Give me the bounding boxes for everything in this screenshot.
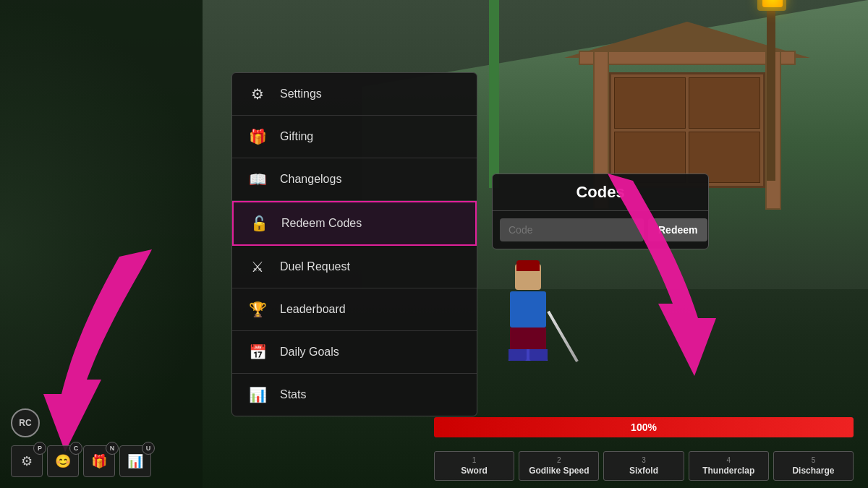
char-boot-right [529, 349, 548, 361]
bottom-icon-gifts[interactable]: 🎁N [83, 445, 115, 477]
stats-icon: 📊 [247, 384, 268, 406]
char-leg-right [529, 328, 546, 349]
stats-badge: U [142, 442, 155, 455]
leaderboard-label: Leaderboard [280, 303, 346, 316]
arrow-left-indicator [22, 235, 188, 466]
game-menu-panel: ⚙Settings🎁Gifting📖Changelogs🔓Redeem Code… [231, 72, 477, 416]
ability-slot-name: Sword [438, 466, 511, 476]
gifting-icon: 🎁 [247, 126, 268, 147]
ability-slot-1[interactable]: 1Sword [434, 451, 514, 481]
lamp-post-pole [767, 0, 775, 181]
menu-item-leaderboard[interactable]: 🏆Leaderboard [232, 288, 477, 331]
ability-slot-name: Discharge [777, 466, 850, 476]
emotes-badge: C [69, 442, 82, 455]
settings-icon: ⚙ [247, 83, 268, 105]
emotes-icon: 😊 [55, 453, 71, 469]
changelogs-icon: 📖 [247, 168, 268, 190]
settings-badge: P [33, 442, 46, 455]
rc-badge[interactable]: RC [11, 408, 40, 437]
ability-slot-num: 1 [438, 456, 511, 464]
char-boots [509, 349, 548, 361]
menu-item-duel-request[interactable]: ⚔Duel Request [232, 246, 477, 288]
char-head [515, 264, 541, 290]
gifting-label: Gifting [280, 130, 313, 143]
duel-request-label: Duel Request [280, 260, 350, 273]
bottom-icon-stats[interactable]: 📊U [119, 445, 151, 477]
daily-goals-icon: 📅 [247, 341, 268, 363]
char-leg-left [510, 328, 527, 349]
health-bar: 100% [434, 417, 854, 437]
menu-item-settings[interactable]: ⚙Settings [232, 73, 477, 116]
char-body [510, 291, 546, 328]
wood-panel-cell [614, 77, 686, 129]
leaderboard-icon: 🏆 [247, 299, 268, 320]
redeem-codes-label: Redeem Codes [281, 217, 362, 230]
stats-icon: 📊 [127, 453, 143, 469]
settings-icon: ⚙ [21, 453, 33, 469]
ability-slot-name: Thunderclap [692, 466, 765, 476]
wood-panel-cell [689, 77, 760, 129]
ability-slot-name: Sixfold [607, 466, 680, 476]
lamp-light [762, 0, 783, 7]
ability-slot-4[interactable]: 4Thunderclap [689, 451, 769, 481]
ability-slot-2[interactable]: 2Godlike Speed [519, 451, 599, 481]
menu-item-changelogs[interactable]: 📖Changelogs [232, 158, 477, 201]
menu-item-stats[interactable]: 📊Stats [232, 374, 477, 416]
char-boot-left [509, 349, 527, 361]
changelogs-label: Changelogs [280, 173, 341, 186]
wood-beam-top [579, 51, 796, 65]
gifts-icon: 🎁 [91, 453, 107, 469]
gifts-badge: N [106, 442, 119, 455]
ability-slot-num: 4 [692, 456, 765, 464]
ability-slot-3[interactable]: 3Sixfold [603, 451, 684, 481]
daily-goals-label: Daily Goals [280, 346, 339, 359]
bottom-icon-emotes[interactable]: 😊C [47, 445, 79, 477]
arrow-right-indicator [564, 159, 745, 376]
ability-slot-num: 5 [777, 456, 850, 464]
ability-slot-5[interactable]: 5Discharge [773, 451, 854, 481]
settings-label: Settings [280, 87, 322, 100]
ability-bar: 1Sword2Godlike Speed3Sixfold4Thunderclap… [434, 451, 854, 481]
bottom-icon-settings[interactable]: ⚙P [11, 445, 43, 477]
bottom-icon-bar: ⚙P😊C🎁N📊U [11, 445, 151, 477]
ability-slot-num: 2 [522, 456, 595, 464]
green-pole [489, 0, 499, 188]
char-pants [510, 328, 546, 349]
health-bar-text: 100% [631, 421, 657, 433]
redeem-codes-icon: 🔓 [248, 213, 270, 234]
menu-item-daily-goals[interactable]: 📅Daily Goals [232, 331, 477, 374]
ability-slot-num: 3 [607, 456, 680, 464]
char-hair [516, 260, 540, 271]
stats-label: Stats [280, 388, 306, 401]
menu-item-gifting[interactable]: 🎁Gifting [232, 116, 477, 158]
duel-request-icon: ⚔ [247, 256, 268, 278]
ability-slot-name: Godlike Speed [522, 466, 595, 476]
menu-item-redeem-codes[interactable]: 🔓Redeem Codes [232, 201, 477, 246]
